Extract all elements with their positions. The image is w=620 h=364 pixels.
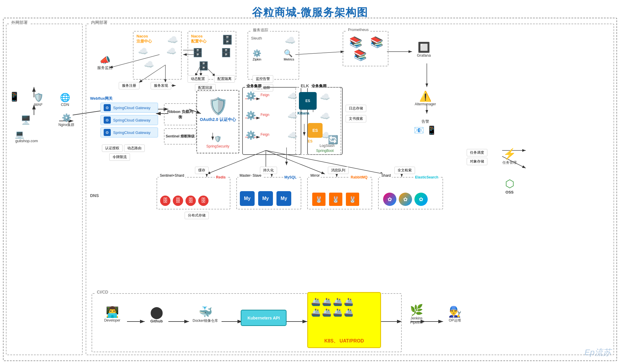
mobile-icon: 📱 — [9, 91, 20, 102]
spring-security-label: SpringSecurity — [197, 144, 239, 148]
monitor-alert-box: 监控告警 — [253, 75, 273, 83]
zone-external-label: 外网部署 — [9, 20, 30, 25]
service-monitor-label: 服务监控 — [97, 65, 113, 70]
log-store-box: 日志存储 — [346, 105, 366, 112]
waf-label: WAF — [34, 102, 43, 107]
elk-area: ELK ES Kibana ES ES LogStash 🔄 — [295, 87, 341, 155]
task-schedule-box: 任务调度 — [467, 149, 487, 156]
cdn-label: CDN — [61, 102, 69, 107]
oauth-area: 🛡️ OAuth2.0 认证中心 SpringSecurity 🛡️ — [196, 90, 239, 153]
k8s-box: K8S、 UAT/PROD 🚢 🚢 🚢 🚢 🚢 🚢 🚢 🚢 — [307, 292, 381, 348]
service-discover-box: 服务发现 — [151, 82, 171, 89]
auth-grant-box: 认证授权 — [102, 145, 123, 152]
op-box: 👨‍🔧 OP运维 — [443, 301, 467, 327]
token-limit-box: 令牌限流 — [109, 153, 130, 161]
prometheus-area: Prometheus 📚 📚 📚 — [343, 31, 388, 66]
ribbon-box: Ribbon 负载均衡 — [164, 103, 196, 125]
zone-external: 外网部署 — [6, 24, 83, 355]
fulltext-label: 全文检索 — [394, 167, 415, 174]
gateway-box-2[interactable]: ⚙ SpringCloud Gateway — [100, 115, 158, 125]
altermanager-box: ⚠️ Altermanager — [412, 87, 439, 109]
dynamic-config-box: 动态配置 — [188, 75, 208, 83]
cicd-label: CI/CD — [95, 290, 110, 294]
dist-storage-box: 分布式存储 — [185, 212, 209, 219]
docker-box: 🐳 Docker镜像仓库 — [191, 301, 220, 327]
waf-box: 🛡️ WAF — [28, 90, 49, 109]
gateway-3-label: SpringCloud Gateway — [113, 130, 150, 135]
altermanager-label: Altermanager — [415, 102, 436, 106]
gateway-box-3[interactable]: ⚙ SpringCloud Gateway — [100, 127, 158, 137]
cache-label: 缓存 — [195, 167, 209, 174]
sentinel-box: Sentinel 熔断降级 — [164, 128, 196, 145]
github-box: ⬤ Github — [145, 301, 168, 327]
webflux-label: Webflux网关 — [90, 96, 113, 101]
oss-box: ⬡ OSS — [496, 174, 523, 198]
service-trace-area: 服务追踪 Sleuth ☁️ ⚙️ Zipkin 🔍 Metrics — [248, 31, 299, 80]
mq-label: 消息队列 — [328, 167, 349, 174]
gulishop-label: gulishop.com — [15, 139, 38, 143]
developer-box: 👨‍💻 Developer — [100, 301, 124, 327]
service-register-box: 服务注册 — [119, 82, 139, 89]
zone-internal-label: 内网部署 — [89, 20, 109, 25]
business-cluster-outer: 业务集群 Feign ⚙️ ☁️ Feign ⚙️ ☁️ Feign ⚙️ ☁️ — [242, 87, 301, 155]
grafana-label: Grafana — [417, 53, 431, 58]
redis-area: Sentinel+Shard Redis 🗄 🗄 🗄 🗄 — [157, 177, 230, 209]
grafana-box: 🔲 Grafana — [412, 38, 436, 60]
persist-label: 持久化 — [260, 167, 277, 174]
config-isolation-box: 配置隔离 — [214, 75, 235, 83]
watermark: Ep流苏 — [585, 347, 611, 358]
dynamic-route-box: 动态路由 — [124, 145, 145, 152]
nginx-label: Nginx集群 — [58, 122, 75, 127]
cdn-box: 🌐 CDN — [55, 90, 75, 109]
dns-label: DNS — [90, 193, 99, 198]
laptop-icon: 💻 — [15, 130, 24, 139]
rabbitmq-area: Mirror RabbitMQ 🐰 🐰 🐰 — [307, 177, 372, 209]
gateway-2-label: SpringCloud Gateway — [113, 118, 150, 122]
elasticsearch-area: Shard ElasticSearch ✿ ✿ ✿ — [378, 177, 443, 209]
monitor-icon: 🖥️ — [21, 115, 31, 125]
nginx-box: ⚙️ Nginx集群 — [55, 111, 78, 130]
nacos-config-area: Nacos 配置中心 🗄️ 🗄️ 🗄️ 🗄️ — [188, 31, 236, 80]
alert-area: 告警 📧 📱 — [405, 115, 446, 139]
jenkins-box: 🌿 Jenkins Pipeline — [405, 301, 428, 327]
kubernetes-api-box: Kuberneters API — [241, 310, 287, 326]
mysql-area: Master- Slave MySQL My My My — [236, 177, 301, 209]
gateway-box-1[interactable]: ⚙ SpringCloud Gateway — [100, 103, 158, 113]
task-manager-box: ⚡ 任务管理 — [496, 145, 523, 168]
fulltext-search-elk-box: 文书搜索 — [346, 115, 366, 122]
service-monitor-box: 📣 服务监控 — [90, 52, 120, 74]
gateway-1-label: SpringCloud Gateway — [113, 106, 150, 110]
nacos-registry-area: Nacos 注册中心 ☁️ ☁️ ☁️ ☁️ — [133, 31, 182, 80]
object-storage-box: 对象存储 — [467, 158, 487, 165]
